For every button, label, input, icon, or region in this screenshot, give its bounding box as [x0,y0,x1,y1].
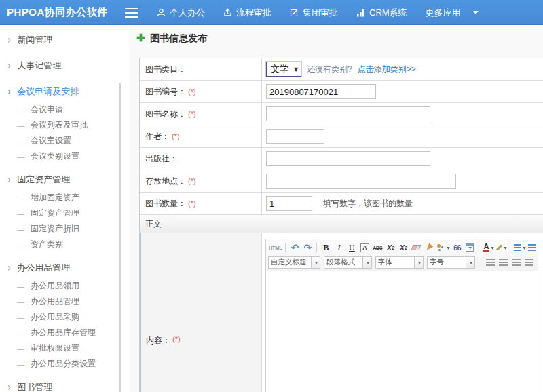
highlight-button[interactable]: ▾ [495,241,507,254]
form-row-book-number: 图书编号： (*) [140,81,543,103]
undo-button[interactable]: ↶ [288,241,301,254]
sidebar-group-news[interactable]: › 新闻管理 [0,29,129,50]
bold-button[interactable]: B [320,241,332,254]
font-size-select[interactable]: 字号 ▾ [427,256,475,269]
underline-button[interactable]: U [345,241,358,254]
align-left-icon [486,259,495,266]
rich-text-editor: HTML ↶ ↷ B I U A ABC X2 [265,239,538,392]
ordered-list-icon [514,244,521,251]
select-caret-icon: ▼ [294,66,298,73]
sidebar-item-meeting-list[interactable]: — 会议列表及审批 [0,117,129,133]
dash-icon: — [17,137,24,145]
sidebar-item-meeting-category[interactable]: — 会议类别设置 [0,149,129,164]
sidebar-item-supplies-claim[interactable]: — 办公用品领用 [0,278,129,294]
dash-icon: — [17,194,24,202]
hamburger-menu-icon[interactable] [125,8,138,18]
sidebar-item-supplies-stock[interactable]: — 办公用品库存管理 [0,325,129,340]
align-left-button[interactable] [484,256,496,269]
redo-button[interactable]: ↷ [301,241,314,254]
paragraph-format-select[interactable]: 段落格式 ▾ [324,256,372,269]
sidebar-item-approval-permission[interactable]: — 审批权限设置 [0,340,129,356]
plus-icon [136,33,145,44]
quantity-hint: 填写数字，该图书的数量 [323,198,413,210]
sidebar-group-supplies[interactable]: › 办公用品管理 [0,257,129,278]
add-category-link[interactable]: 点击添加类别>> [358,64,416,75]
align-center-button[interactable] [497,256,509,269]
book-form-panel: 图书类目： 文学 ▼ 还没有类别? 点击添加类别>> 图书编号： (*) [139,58,543,392]
form-row-content: 内容： (*) HTML ↶ ↷ B [140,233,543,392]
editor-content-area[interactable] [266,271,538,392]
chevron-down-icon [473,11,479,14]
page-title: 图书信息发布 [136,33,207,45]
form-row-author: 作者： (*) [140,125,543,148]
font-color-button[interactable]: A▾ [482,241,494,254]
html-source-button[interactable]: HTML [268,241,282,254]
sidebar-item-asset-category[interactable]: — 资产类别 [0,237,129,252]
align-justify-icon [525,259,533,266]
nav-group-approval[interactable]: 集团审批 [290,7,338,19]
eraser-button[interactable] [410,241,422,254]
sidebar-item-supplies-purchase[interactable]: — 办公用品采购 [0,309,129,325]
sidebar-scrollbar[interactable] [119,83,121,392]
nav-personal-office[interactable]: 个人办公 [157,7,205,19]
subscript-button[interactable]: X2 [397,241,409,254]
location-input[interactable] [266,174,456,189]
sidebar-item-supplies-category[interactable]: — 办公用品分类设置 [0,356,129,372]
chevron-right-icon: › [7,173,11,186]
sidebar-group-events[interactable]: › 大事记管理 [0,55,129,76]
blockquote-button[interactable]: 66 [451,241,463,254]
category-hint: 还没有类别? [307,64,352,75]
book-name-input[interactable] [266,106,430,121]
book-number-input[interactable] [266,84,376,99]
dash-icon: — [17,153,24,161]
dash-icon: — [17,106,24,114]
date-insert-button[interactable] [464,241,476,254]
sidebar-item-supplies-manage[interactable]: — 办公用品管理 [0,294,129,309]
highlighter-icon [495,243,502,252]
form-row-quantity: 图书数量： (*) 填写数字，该图书的数量 [140,193,543,215]
quantity-input[interactable] [266,196,312,211]
sidebar-group-assets[interactable]: › 固定资产管理 [0,169,129,190]
author-input[interactable] [266,129,324,144]
align-justify-button[interactable] [523,256,535,269]
field-label: 内容： [146,335,170,347]
unordered-list-button[interactable]: ▾ [527,241,536,254]
form-row-category: 图书类目： 文学 ▼ 还没有类别? 点击添加类别>> [140,58,543,81]
superscript-button[interactable]: X2 [384,241,396,254]
required-mark: (*) [188,110,196,118]
required-mark: (*) [172,132,180,140]
font-family-select[interactable]: 字体 ▾ [375,256,424,269]
paint-dots-icon [437,244,441,248]
clear-format-button[interactable] [423,241,435,254]
required-mark: (*) [188,177,196,185]
nav-workflow-approval[interactable]: 流程审批 [223,7,272,19]
topbar: PHPOA协同办公软件 个人办公 流程审批 集团审批 CRM系统 [0,0,543,25]
nav-more-apps[interactable]: 更多应用 [426,7,479,19]
unordered-list-icon [528,244,536,251]
edit-icon [290,8,299,17]
custom-title-select[interactable]: 自定义标题 ▾ [268,256,320,269]
ordered-list-button[interactable]: ▾ [513,241,526,254]
strikethrough-button[interactable]: ABC [371,241,383,254]
field-label: 存放地点： [145,176,186,187]
italic-button[interactable]: I [333,241,345,254]
required-mark: (*) [172,335,181,343]
font-border-button[interactable]: A [358,241,371,254]
dash-icon: — [17,241,24,249]
sidebar-item-meeting-room[interactable]: — 会议室设置 [0,133,129,149]
field-label: 图书数量： [145,198,186,210]
sidebar-item-asset-depreciation[interactable]: — 固定资产折旧 [0,221,129,237]
category-select[interactable]: 文学 ▼ [266,62,301,77]
sidebar-item-asset-add[interactable]: — 增加固定资产 [0,190,129,205]
main-content: 图书信息发布 图书类目： 文学 ▼ 还没有类别? 点击添加类别>> 图书编号： … [129,25,543,392]
sidebar-group-books[interactable]: › 图书管理 [0,376,129,392]
align-center-icon [499,259,508,266]
sidebar-item-meeting-apply[interactable]: — 会议申请 [0,102,129,117]
sidebar-group-meetings[interactable]: › 会议申请及安排 [0,81,129,102]
form-row-book-name: 图书名称： (*) [140,103,543,125]
nav-crm-system[interactable]: CRM系统 [356,7,407,19]
sidebar-item-asset-manage[interactable]: — 固定资产管理 [0,205,129,221]
publisher-input[interactable] [266,151,430,166]
align-right-button[interactable] [510,256,522,269]
paint-format-button[interactable]: ▾ [436,241,450,254]
